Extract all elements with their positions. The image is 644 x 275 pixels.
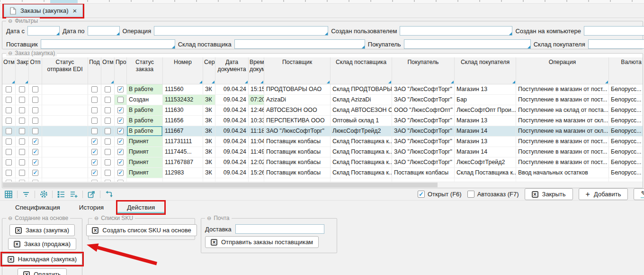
otp-checkbox[interactable] (32, 128, 38, 134)
column-header-series[interactable]: Серия (203, 57, 215, 84)
otp-checkbox[interactable] (32, 149, 38, 155)
otp-checkbox[interactable] (32, 159, 38, 165)
zakr-checkbox[interactable] (19, 159, 25, 165)
otm2-checkbox[interactable] (105, 149, 111, 155)
pod-checkbox[interactable] (91, 159, 98, 165)
pay-button[interactable]: × Оплатить (18, 268, 67, 275)
pro-checkbox[interactable] (117, 128, 124, 134)
otm-checkbox[interactable] (6, 159, 12, 165)
collapse-icon[interactable]: ⊖ (8, 215, 12, 221)
close-order-button[interactable]: × Закрыть (525, 188, 573, 200)
table-grid-icon[interactable] (3, 189, 14, 200)
pod-checkbox[interactable] (91, 149, 98, 155)
collapse-icon[interactable]: ⊖ (94, 215, 98, 221)
collapse-icon[interactable]: ⊖ (8, 18, 12, 24)
zakr-checkbox[interactable] (19, 118, 25, 124)
pro-checkbox[interactable] (117, 86, 124, 92)
filter-date-to-input[interactable] (88, 26, 120, 36)
column-header-otp[interactable]: Отп (29, 57, 42, 84)
otm2-checkbox[interactable] (105, 97, 111, 103)
pro-checkbox[interactable] (117, 107, 124, 113)
otm-checkbox[interactable] (6, 118, 12, 124)
otp-checkbox[interactable] (32, 118, 38, 124)
pro-checkbox[interactable] (117, 159, 124, 165)
numbered-list-icon[interactable] (55, 189, 67, 200)
collapse-icon[interactable]: ⊖ (8, 50, 12, 56)
filter-supplier-input[interactable] (41, 39, 175, 49)
column-header-operation[interactable]: Операция (516, 57, 609, 84)
column-header-zakr[interactable]: Закр (16, 57, 29, 84)
create-sale-order-button[interactable]: × Заказ (продажа) (8, 238, 76, 250)
column-header-otm2[interactable]: Отм (101, 57, 115, 84)
create-sku-list-button[interactable]: × Создать список SKU на основе (86, 224, 197, 236)
column-header-buyer_wh[interactable]: Склад покупателя (455, 57, 516, 84)
table-row[interactable]: В работе111667ЗК09.04.2411:18ЗАО "ЛюксСо… (2, 126, 643, 137)
otm-checkbox[interactable] (6, 97, 12, 103)
gear-icon[interactable] (38, 189, 49, 200)
column-header-pro[interactable]: Про (115, 57, 127, 84)
column-header-buyer[interactable]: Покупатель (392, 57, 455, 84)
refresh-icon[interactable] (103, 189, 115, 200)
table-row[interactable]: Принят1117445...ЗК09.04.2411:49Поставщик… (2, 147, 643, 157)
delivery-input[interactable] (235, 224, 324, 234)
pod-checkbox[interactable] (91, 170, 98, 176)
table-row[interactable]: Принят112983ЗК09.04.2415:26Поставщик кол… (2, 168, 643, 178)
open-checkbox[interactable] (418, 191, 425, 198)
zakr-checkbox[interactable] (19, 149, 25, 155)
add-order-button[interactable]: + Добавить (579, 188, 628, 200)
scrollbar-thumb[interactable] (3, 183, 438, 187)
filter-created-computer-input[interactable] (584, 26, 644, 36)
otm-checkbox[interactable] (6, 138, 12, 145)
filter-date-from-input[interactable] (27, 26, 60, 36)
otm2-checkbox[interactable] (105, 86, 111, 92)
column-header-edi[interactable]: Статус отправки EDI (42, 57, 88, 84)
pro-checkbox[interactable] (117, 97, 124, 103)
otp-checkbox[interactable] (32, 97, 38, 103)
pro-checkbox[interactable] (117, 138, 124, 145)
pod-checkbox[interactable] (91, 128, 98, 134)
otp-checkbox[interactable] (32, 86, 38, 92)
otm-checkbox[interactable] (6, 149, 12, 155)
pod-checkbox[interactable] (91, 107, 98, 113)
zakr-checkbox[interactable] (19, 107, 25, 113)
horizontal-scrollbar[interactable] (2, 182, 643, 188)
create-purchase-invoice-button[interactable]: × Накладная (закупка) (2, 253, 82, 265)
otp-checkbox[interactable] (32, 138, 38, 145)
open-external-icon[interactable] (86, 189, 97, 200)
table-row[interactable]: В работе111630ЗК09.04.2412:46АВТОСЕЗОН О… (2, 105, 643, 116)
list-add-icon[interactable] (68, 189, 80, 200)
create-purchase-order-button[interactable]: × Заказ (закупка) (9, 224, 75, 236)
zakr-checkbox[interactable] (19, 97, 25, 103)
column-header-pod[interactable]: Под (88, 57, 101, 84)
tab-orders-purchase[interactable]: Заказы (закупка) × (4, 4, 83, 17)
edit-order-button[interactable]: ✎ Реда (634, 188, 644, 200)
column-header-date[interactable]: Дата документа (215, 57, 249, 84)
filter-buyer-input[interactable] (404, 39, 531, 49)
tab-actions[interactable]: Действия (117, 202, 164, 213)
column-header-currency[interactable]: Валюта (609, 57, 643, 84)
otm-checkbox[interactable] (6, 107, 12, 113)
pod-checkbox[interactable] (91, 86, 98, 92)
filter-icon[interactable] (20, 189, 32, 200)
table-row[interactable]: Принят111731111ЗК09.04.2411:04Поставщик … (2, 137, 643, 147)
otm2-checkbox[interactable] (105, 159, 111, 165)
pod-checkbox[interactable] (91, 97, 98, 103)
collapse-icon[interactable]: ⊖ (207, 215, 211, 221)
tab-specification[interactable]: Спецификация (6, 202, 70, 213)
table-row[interactable]: Принят111767887ЗК09.04.2412:02Поставщик … (2, 157, 643, 168)
otm2-checkbox[interactable] (105, 138, 111, 145)
otm-checkbox[interactable] (6, 128, 12, 134)
filter-buyer-warehouse-input[interactable] (588, 39, 644, 49)
table-row[interactable]: Создан111532432ЗК09.04.2407:20AzizaDiСкл… (2, 95, 643, 105)
column-header-number[interactable]: Номер (163, 57, 203, 84)
filter-operation-input[interactable] (154, 26, 328, 36)
tab-close-icon[interactable]: × (72, 7, 77, 14)
tab-history[interactable]: История (70, 202, 113, 213)
table-row[interactable]: В работе111656ЗК09.04.2410:33ПЕРСПЕКТИВА… (2, 116, 643, 126)
otm2-checkbox[interactable] (105, 128, 111, 134)
otm2-checkbox[interactable] (105, 107, 111, 113)
table-row[interactable]: В работе111560ЗК09.04.2415:15ПРОДТОВАРЫ … (2, 84, 643, 95)
column-header-supplier[interactable]: Поставщик (264, 57, 331, 84)
pod-checkbox[interactable] (91, 138, 98, 145)
otp-checkbox[interactable] (32, 107, 38, 113)
